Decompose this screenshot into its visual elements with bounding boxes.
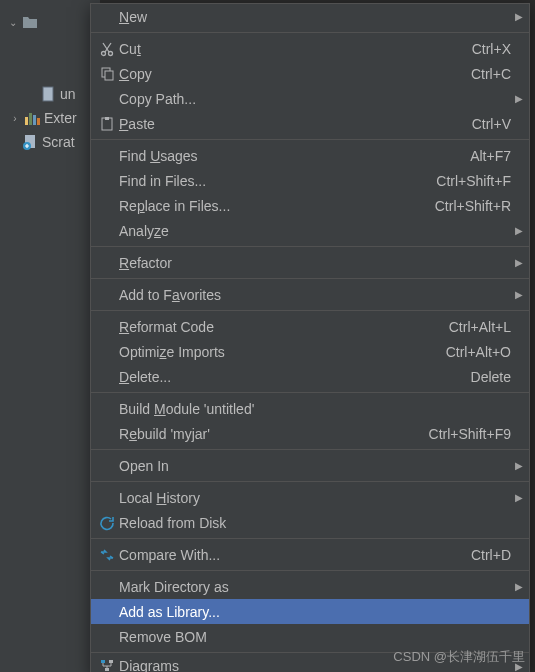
- menu-separator: [91, 538, 529, 539]
- menu-label: Copy Path...: [119, 91, 511, 107]
- menu-label: Refactor: [119, 255, 511, 271]
- menu-label: Cut: [119, 41, 472, 57]
- tree-item-untitled[interactable]: un: [0, 82, 100, 106]
- menu-separator: [91, 310, 529, 311]
- menu-item-delete[interactable]: Delete... Delete: [91, 364, 529, 389]
- menu-shortcut: Ctrl+Shift+F9: [429, 426, 511, 442]
- collapse-arrow-icon: ›: [10, 113, 20, 124]
- paste-icon: [95, 116, 119, 132]
- svg-rect-6: [105, 71, 113, 80]
- expand-arrow-icon: ⌄: [8, 17, 18, 28]
- menu-label: Add as Library...: [119, 604, 511, 620]
- submenu-arrow-icon: ▶: [515, 492, 523, 503]
- menu-label: Find Usages: [119, 148, 470, 164]
- menu-label: Delete...: [119, 369, 471, 385]
- svg-rect-8: [105, 117, 109, 120]
- submenu-arrow-icon: ▶: [515, 93, 523, 104]
- submenu-arrow-icon: ▶: [515, 460, 523, 471]
- watermark-text: CSDN @长津湖伍千里: [393, 648, 525, 666]
- tree-item-label: un: [60, 86, 76, 102]
- submenu-arrow-icon: ▶: [515, 257, 523, 268]
- menu-item-find-in-files[interactable]: Find in Files... Ctrl+Shift+F: [91, 168, 529, 193]
- menu-label: Open In: [119, 458, 511, 474]
- tree-item-label: Exter: [44, 110, 77, 126]
- menu-label: Compare With...: [119, 547, 471, 563]
- menu-label: New: [119, 9, 511, 25]
- submenu-arrow-icon: ▶: [515, 225, 523, 236]
- menu-shortcut: Ctrl+V: [472, 116, 511, 132]
- menu-separator: [91, 32, 529, 33]
- svg-rect-10: [109, 660, 113, 663]
- libraries-icon: [24, 110, 40, 126]
- menu-label: Copy: [119, 66, 471, 82]
- submenu-arrow-icon: ▶: [515, 581, 523, 592]
- menu-shortcut: Ctrl+C: [471, 66, 511, 82]
- menu-separator: [91, 449, 529, 450]
- menu-item-paste[interactable]: Paste Ctrl+V: [91, 111, 529, 136]
- menu-label: Reformat Code: [119, 319, 449, 335]
- menu-shortcut: Ctrl+X: [472, 41, 511, 57]
- menu-item-add-as-library[interactable]: Add as Library...: [91, 599, 529, 624]
- svg-point-3: [102, 51, 106, 55]
- menu-separator: [91, 481, 529, 482]
- menu-label: Find in Files...: [119, 173, 436, 189]
- menu-shortcut: Alt+F7: [470, 148, 511, 164]
- menu-item-build-module[interactable]: Build Module 'untitled': [91, 396, 529, 421]
- menu-item-reload-from-disk[interactable]: Reload from Disk: [91, 510, 529, 535]
- reload-icon: [95, 515, 119, 531]
- menu-item-replace-in-files[interactable]: Replace in Files... Ctrl+Shift+R: [91, 193, 529, 218]
- menu-label: Rebuild 'myjar': [119, 426, 429, 442]
- menu-item-cut[interactable]: Cut Ctrl+X: [91, 36, 529, 61]
- menu-item-refactor[interactable]: Refactor ▶: [91, 250, 529, 275]
- tree-item-label: Scrat: [42, 134, 75, 150]
- menu-item-find-usages[interactable]: Find Usages Alt+F7: [91, 143, 529, 168]
- menu-item-new[interactable]: New ▶: [91, 4, 529, 29]
- menu-item-optimize-imports[interactable]: Optimize Imports Ctrl+Alt+O: [91, 339, 529, 364]
- submenu-arrow-icon: ▶: [515, 11, 523, 22]
- menu-item-analyze[interactable]: Analyze ▶: [91, 218, 529, 243]
- menu-shortcut: Ctrl+Shift+F: [436, 173, 511, 189]
- menu-item-local-history[interactable]: Local History ▶: [91, 485, 529, 510]
- menu-shortcut: Delete: [471, 369, 511, 385]
- menu-separator: [91, 246, 529, 247]
- menu-label: Build Module 'untitled': [119, 401, 511, 417]
- svg-rect-9: [101, 660, 105, 663]
- menu-item-remove-bom[interactable]: Remove BOM: [91, 624, 529, 649]
- project-tree-panel: ⌄ un › Exter Scrat: [0, 0, 100, 672]
- scratches-icon: [22, 134, 38, 150]
- menu-label: Reload from Disk: [119, 515, 511, 531]
- menu-separator: [91, 139, 529, 140]
- menu-label: Paste: [119, 116, 472, 132]
- menu-separator: [91, 570, 529, 571]
- svg-rect-0: [43, 87, 53, 101]
- menu-shortcut: Ctrl+Alt+L: [449, 319, 511, 335]
- menu-separator: [91, 278, 529, 279]
- svg-point-4: [109, 51, 113, 55]
- tree-item-external-libraries[interactable]: › Exter: [0, 106, 100, 130]
- menu-item-reformat-code[interactable]: Reformat Code Ctrl+Alt+L: [91, 314, 529, 339]
- menu-label: Mark Directory as: [119, 579, 511, 595]
- menu-label: Replace in Files...: [119, 198, 435, 214]
- context-menu: New ▶ Cut Ctrl+X Copy Ctrl+C Copy Path..…: [90, 3, 530, 672]
- compare-icon: [95, 547, 119, 563]
- menu-label: Analyze: [119, 223, 511, 239]
- tree-item-top[interactable]: ⌄: [0, 10, 100, 34]
- copy-icon: [95, 66, 119, 82]
- menu-label: Local History: [119, 490, 511, 506]
- menu-shortcut: Ctrl+D: [471, 547, 511, 563]
- menu-label: Optimize Imports: [119, 344, 446, 360]
- diagrams-icon: [95, 658, 119, 672]
- tree-item-scratches[interactable]: Scrat: [0, 130, 100, 154]
- menu-item-copy-path[interactable]: Copy Path... ▶: [91, 86, 529, 111]
- folder-icon: [22, 14, 38, 30]
- menu-item-add-to-favorites[interactable]: Add to Favorites ▶: [91, 282, 529, 307]
- menu-item-copy[interactable]: Copy Ctrl+C: [91, 61, 529, 86]
- file-icon: [40, 86, 56, 102]
- menu-item-open-in[interactable]: Open In ▶: [91, 453, 529, 478]
- cut-icon: [95, 41, 119, 57]
- menu-item-mark-directory-as[interactable]: Mark Directory as ▶: [91, 574, 529, 599]
- menu-item-rebuild[interactable]: Rebuild 'myjar' Ctrl+Shift+F9: [91, 421, 529, 446]
- svg-rect-11: [105, 668, 109, 671]
- menu-item-compare-with[interactable]: Compare With... Ctrl+D: [91, 542, 529, 567]
- menu-label: Add to Favorites: [119, 287, 511, 303]
